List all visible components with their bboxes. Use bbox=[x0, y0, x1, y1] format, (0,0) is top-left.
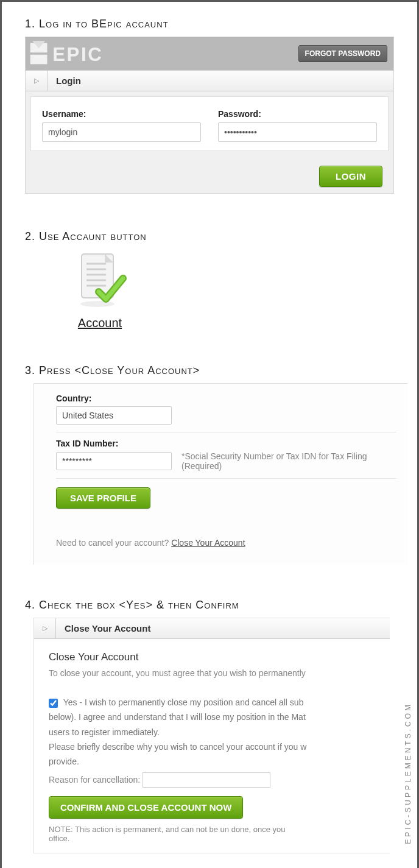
step2-title: 2. Use Accaunt button bbox=[25, 230, 407, 243]
bepic-logo: EPIC bbox=[29, 41, 188, 66]
document-check-icon bbox=[69, 249, 130, 310]
cancel-question-text: Need to cancel your account? bbox=[56, 538, 171, 548]
agree-text-3: users to register immediately. bbox=[49, 726, 381, 738]
tax-id-hint: *Social Security Number or Tax IDN for T… bbox=[181, 451, 396, 471]
agree-text-1: Yes - I wish to permanently close my pos… bbox=[63, 697, 304, 707]
describe-text: Please briefly describe why you wish to … bbox=[49, 741, 381, 753]
agree-text-2: below). I agree and understand that I wi… bbox=[49, 711, 381, 723]
svg-text:EPIC: EPIC bbox=[52, 44, 103, 65]
login-button[interactable]: LOGIN bbox=[319, 166, 382, 187]
provide-text: provide. bbox=[49, 755, 381, 767]
step4-title: 4. Check the box <Yes> & then Confirm bbox=[25, 599, 407, 612]
confirm-close-button[interactable]: CONFIRM AND CLOSE ACCOUNT NOW bbox=[49, 796, 243, 819]
note-text-2: office. bbox=[49, 834, 381, 843]
note-text-1: NOTE: This action is permanent, and can … bbox=[49, 825, 381, 834]
country-label: Country: bbox=[56, 393, 396, 403]
tab-arrow-icon: ▷ bbox=[26, 71, 48, 91]
country-input[interactable] bbox=[56, 406, 172, 425]
username-input[interactable] bbox=[42, 122, 201, 142]
svg-point-11 bbox=[80, 301, 114, 307]
forgot-password-button[interactable]: FORGOT PASSWORD bbox=[298, 45, 387, 62]
login-panel: EPIC FORGOT PASSWORD ▷ Login Username: P… bbox=[25, 37, 394, 194]
step3-title: 3. Press <Close Your Account> bbox=[25, 364, 407, 377]
watermark-text: EPIC-SUPPLEMENTS.COM bbox=[404, 702, 412, 844]
tax-id-label: Tax ID Number: bbox=[56, 439, 396, 448]
step1-title: 1. Log in to BEpic accaunt bbox=[25, 18, 407, 30]
username-label: Username: bbox=[42, 109, 201, 119]
close-account-link[interactable]: Close Your Account bbox=[171, 538, 245, 548]
tax-id-input[interactable] bbox=[56, 452, 172, 470]
close-account-panel: ▷ Close Your Account Close Your Account … bbox=[33, 618, 390, 853]
tab-arrow-icon: ▷ bbox=[34, 618, 56, 638]
password-label: Password: bbox=[218, 109, 377, 119]
svg-marker-1 bbox=[30, 55, 48, 65]
login-tab[interactable]: Login bbox=[48, 71, 90, 91]
reason-label: Reason for cancellation: bbox=[49, 775, 140, 785]
reason-input[interactable] bbox=[143, 772, 270, 788]
account-link-text: Account bbox=[78, 316, 122, 330]
close-account-lead: To close your account, you must agree th… bbox=[49, 668, 381, 678]
save-profile-button[interactable]: SAVE PROFILE bbox=[56, 487, 150, 509]
close-account-tab[interactable]: Close Your Account bbox=[56, 618, 159, 638]
close-account-heading: Close Your Account bbox=[49, 651, 381, 663]
agree-checkbox[interactable] bbox=[49, 699, 58, 708]
profile-panel: Country: Tax ID Number: *Social Security… bbox=[33, 383, 407, 565]
account-button[interactable]: Account bbox=[60, 249, 139, 330]
password-input[interactable] bbox=[218, 122, 377, 142]
